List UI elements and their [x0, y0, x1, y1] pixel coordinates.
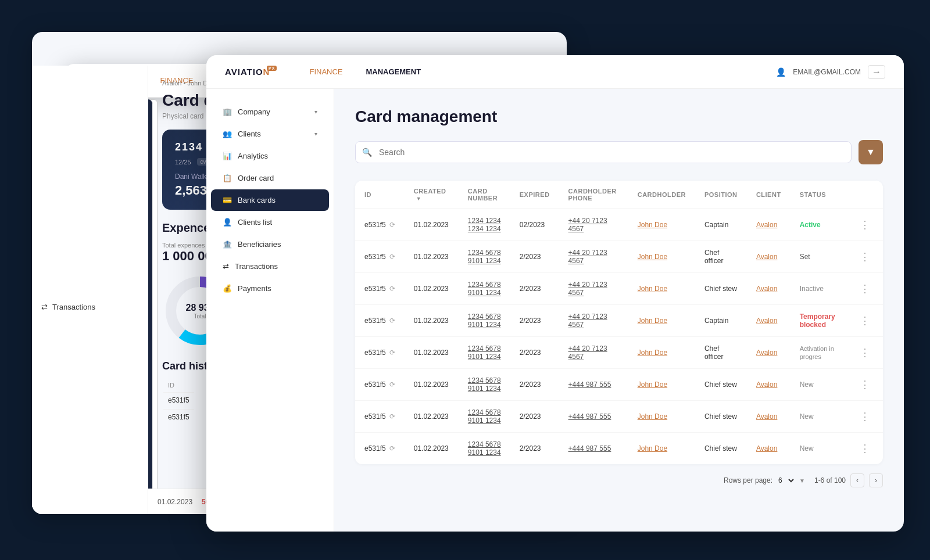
- row-menu-button[interactable]: ⋮: [856, 377, 874, 392]
- cell-card-number: 1234 5678 9101 1234: [459, 433, 510, 465]
- cell-phone: +444 987 555: [559, 401, 628, 433]
- next-page-button[interactable]: ›: [869, 473, 883, 487]
- row-menu-button[interactable]: ⋮: [856, 409, 874, 424]
- fg-nav-management[interactable]: MANAGEMENT: [366, 67, 421, 76]
- filter-button[interactable]: ▼: [859, 140, 883, 164]
- client-link[interactable]: Avalon: [756, 380, 777, 389]
- payments-nav-label: Payments: [238, 284, 271, 293]
- cardholder-link[interactable]: John Doe: [638, 221, 667, 229]
- fg-sidebar-item-payments[interactable]: 💰 Payments: [211, 278, 329, 299]
- client-link[interactable]: Avalon: [756, 412, 777, 421]
- history-row: e531f5: [163, 409, 194, 425]
- cell-card-number: 1234 5678 9101 1234: [459, 401, 510, 433]
- client-link[interactable]: Avalon: [756, 317, 777, 325]
- cardholder-link[interactable]: John Doe: [638, 253, 667, 261]
- phone-link[interactable]: +44 20 7123 4567: [568, 249, 607, 265]
- copy-icon[interactable]: ⟳: [389, 285, 395, 293]
- client-link[interactable]: Avalon: [756, 253, 777, 261]
- id-value: e531f5: [364, 253, 386, 261]
- cell-created: 01.02.2023: [405, 369, 459, 401]
- table-row: e531f5 ⟳ 01.02.2023 1234 1234 1234 1234 …: [355, 209, 883, 241]
- cell-card-number: 1234 1234 1234 1234: [459, 209, 510, 241]
- prev-page-button[interactable]: ‹: [850, 473, 864, 487]
- search-icon: 🔍: [362, 148, 372, 157]
- page-title: Card management: [355, 107, 883, 126]
- row-menu-button[interactable]: ⋮: [856, 281, 874, 296]
- col-created[interactable]: CREATED ▼: [405, 181, 459, 209]
- copy-icon[interactable]: ⟳: [389, 412, 395, 421]
- cell-id: e531f5 ⟳: [355, 273, 405, 305]
- client-link[interactable]: Avalon: [756, 221, 777, 229]
- col-client: CLIENT: [747, 181, 791, 209]
- card-number-link[interactable]: 1234 5678 9101 1234: [468, 440, 501, 457]
- bg-sidebar-item-transactions[interactable]: ⇄ Transactions: [32, 99, 148, 514]
- client-link[interactable]: Avalon: [756, 285, 777, 293]
- cardholder-link[interactable]: John Doe: [638, 285, 667, 293]
- clients-list-nav-label: Clients list: [238, 218, 272, 227]
- fg-sidebar-item-bank-cards[interactable]: 💳 Bank cards: [211, 189, 329, 211]
- cell-menu: ⋮: [847, 337, 883, 369]
- phone-link[interactable]: +44 20 7123 4567: [568, 313, 607, 329]
- cardholder-link[interactable]: John Doe: [638, 412, 667, 421]
- card-number-link[interactable]: 1234 1234 1234 1234: [468, 217, 501, 233]
- cell-card-number: 1234 5678 9101 1234: [459, 369, 510, 401]
- cell-client: Avalon: [747, 369, 791, 401]
- transactions-nav-label: Transactions: [235, 262, 278, 271]
- history-row: e531f5: [163, 392, 194, 408]
- cardholder-link[interactable]: John Doe: [638, 349, 667, 357]
- card-number-link[interactable]: 1234 5678 9101 1234: [468, 313, 501, 329]
- copy-icon[interactable]: ⟳: [389, 444, 395, 453]
- copy-icon[interactable]: ⟳: [389, 253, 395, 261]
- analytics-nav-icon: 📊: [223, 152, 232, 160]
- id-value: e531f5: [364, 221, 386, 229]
- id-value: e531f5: [364, 444, 386, 453]
- row-menu-button[interactable]: ⋮: [856, 217, 874, 232]
- phone-link[interactable]: +444 987 555: [568, 380, 611, 389]
- row-menu-button[interactable]: ⋮: [856, 345, 874, 360]
- copy-icon[interactable]: ⟳: [389, 349, 395, 357]
- rows-per-page-select[interactable]: 6 12 24: [776, 476, 796, 485]
- phone-link[interactable]: +44 20 7123 4567: [568, 344, 607, 361]
- cell-id: e531f5 ⟳: [355, 433, 405, 465]
- status-badge: Active: [800, 221, 821, 229]
- cardholder-link[interactable]: John Doe: [638, 444, 667, 453]
- copy-icon[interactable]: ⟳: [389, 380, 395, 389]
- cardholder-link[interactable]: John Doe: [638, 317, 667, 325]
- copy-icon[interactable]: ⟳: [389, 221, 395, 229]
- fg-sidebar-item-beneficiaries[interactable]: 🏦 Beneficiaries: [211, 234, 329, 255]
- row-menu-button[interactable]: ⋮: [856, 313, 874, 328]
- phone-link[interactable]: +444 987 555: [568, 412, 611, 421]
- client-link[interactable]: Avalon: [756, 444, 777, 453]
- card-number-link[interactable]: 1234 5678 9101 1234: [468, 249, 501, 265]
- id-value: e531f5: [364, 317, 386, 325]
- fg-sidebar-item-analytics[interactable]: 📊 Analytics: [211, 145, 329, 167]
- fg-sidebar-item-clients[interactable]: 👥 Clients ▾: [211, 123, 329, 145]
- fg-nav-finance[interactable]: FINANCE: [309, 67, 342, 76]
- phone-link[interactable]: +444 987 555: [568, 444, 611, 453]
- copy-icon[interactable]: ⟳: [389, 317, 395, 325]
- card-number-link[interactable]: 1234 5678 9101 1234: [468, 344, 501, 361]
- card-number-link[interactable]: 1234 5678 9101 1234: [468, 408, 501, 425]
- fg-sidebar-item-clients-list[interactable]: 👤 Clients list: [211, 211, 329, 233]
- cell-cardholder: John Doe: [628, 369, 695, 401]
- card-number-link[interactable]: 1234 5678 9101 1234: [468, 376, 501, 393]
- cardholder-link[interactable]: John Doe: [638, 380, 667, 389]
- fg-topbar: AVIATION PX FINANCE MANAGEMENT 👤 EMAIL@G…: [206, 55, 904, 89]
- bg-sidebar: Back 👤 Clients overview 🏢 Company overvi…: [32, 66, 148, 514]
- cell-phone: +44 20 7123 4567: [559, 209, 628, 241]
- fg-sidebar-item-company[interactable]: 🏢 Company ▾: [211, 101, 329, 123]
- cell-phone: +44 20 7123 4567: [559, 305, 628, 337]
- phone-link[interactable]: +44 20 7123 4567: [568, 217, 607, 233]
- cell-position: Chef officer: [695, 241, 747, 273]
- row-menu-button[interactable]: ⋮: [856, 249, 874, 264]
- fg-logout-icon[interactable]: →: [868, 65, 885, 79]
- fg-sidebar-item-order-card[interactable]: 📋 Order card: [211, 167, 329, 189]
- card-number-link[interactable]: 1234 5678 9101 1234: [468, 281, 501, 297]
- phone-link[interactable]: +44 20 7123 4567: [568, 281, 607, 297]
- client-link[interactable]: Avalon: [756, 349, 777, 357]
- search-input[interactable]: [355, 141, 852, 163]
- cell-position: Chef officer: [695, 337, 747, 369]
- fg-sidebar-item-transactions[interactable]: ⇄ Transactions: [211, 256, 329, 277]
- cell-menu: ⋮: [847, 433, 883, 465]
- row-menu-button[interactable]: ⋮: [856, 441, 874, 456]
